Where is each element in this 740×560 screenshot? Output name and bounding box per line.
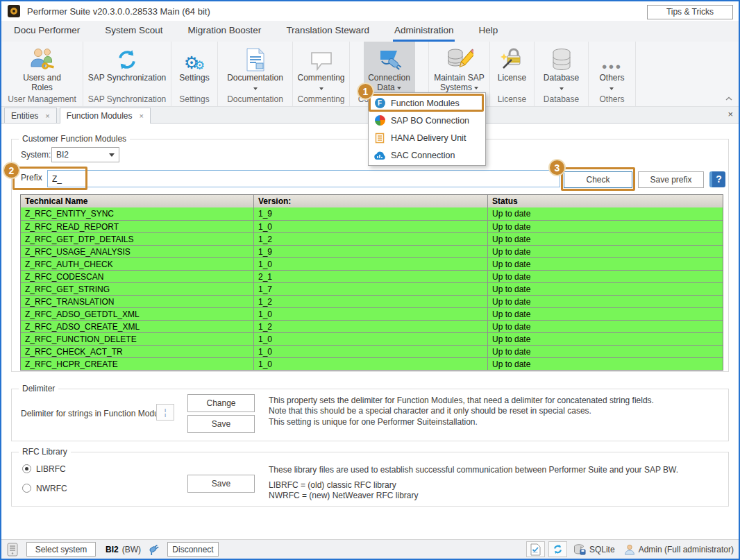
ribbon-button-users-and-roles[interactable]: Users and Roles xyxy=(17,42,68,94)
menu-item-label: HANA Delivery Unit xyxy=(391,133,466,143)
others-icon: ●●● xyxy=(602,44,623,73)
connected-system-name: BI2 xyxy=(106,545,119,554)
database-type-label: SQLite xyxy=(589,545,615,554)
radio-nwrfc[interactable] xyxy=(22,484,31,493)
groupbox-title: RFC Library xyxy=(19,447,71,457)
delimiter-save-button[interactable]: Save xyxy=(187,415,255,433)
cell-technical-name: Z_RFC_FUNCTION_DELETE xyxy=(21,333,254,345)
documentation-icon xyxy=(246,44,265,73)
cell-technical-name: Z_RFC_HCPR_CREATE xyxy=(21,358,254,370)
tab-close-icon[interactable]: × xyxy=(45,112,49,120)
disconnect-button[interactable]: Disconnect xyxy=(167,542,219,557)
menu-item-translation-steward[interactable]: Translation Steward xyxy=(285,21,371,42)
groupbox-title: Delimiter xyxy=(19,384,58,393)
ribbon-button-label: Maintain SAP Systems xyxy=(434,73,485,92)
ribbon-group-caption: Database xyxy=(535,94,588,106)
chevron-down-icon xyxy=(253,83,258,93)
ribbon-button-label: Documentation xyxy=(227,73,283,83)
cell-version: 1_7 xyxy=(254,283,488,295)
rfc-help-text-top: These library files are used to establis… xyxy=(269,465,678,475)
window-title: Performer Suite v20.3.0.0.28533 Main (64… xyxy=(27,6,210,17)
ribbon-button-maintain-sap-systems[interactable]: Maintain SAP Systems xyxy=(432,42,487,94)
table-row[interactable]: Z_RFC_READ_REPORT1_0Up to date xyxy=(21,220,723,232)
prefix-label: Prefix xyxy=(21,173,42,183)
menu-item-migration-booster[interactable]: Migration Booster xyxy=(187,21,263,42)
table-row[interactable]: Z_RFC_USAGE_ANALYSIS1_9Up to date xyxy=(21,245,723,257)
delimiter-change-button[interactable]: Change xyxy=(187,394,255,412)
table-row[interactable]: Z_RFC_FUNCTION_DELETE1_0Up to date xyxy=(21,332,723,345)
menu-item-system-scout[interactable]: System Scout xyxy=(103,21,164,42)
menu-item-docu-performer[interactable]: Docu Performer xyxy=(12,21,81,42)
ribbon-group-sap-synchronization: SAP SynchronizationSAP Synchronization xyxy=(83,42,171,106)
cell-status: Up to date xyxy=(488,271,723,282)
cell-version: 1_2 xyxy=(254,296,488,307)
ribbon-button-license[interactable]: License xyxy=(496,42,528,94)
menu-item-administration[interactable]: Administration xyxy=(393,21,455,42)
table-row[interactable]: Z_RFC_GET_DTP_DETAILS1_2Up to date xyxy=(21,232,723,245)
menu-item-hana-delivery-unit[interactable]: HANA Delivery Unit xyxy=(369,129,485,146)
table-row[interactable]: Z_RFC_AUTH_CHECK1_0Up to date xyxy=(21,257,723,270)
menu-item-function-modules[interactable]: FFunction Modules xyxy=(369,94,485,112)
tab-function-modules[interactable]: Function Modules× xyxy=(60,108,151,124)
cell-version: 1_2 xyxy=(254,321,488,332)
select-system-button[interactable]: Select system xyxy=(26,542,96,557)
panel-close-icon[interactable]: × xyxy=(728,109,733,119)
delimiter-input[interactable] xyxy=(156,404,174,421)
table-row[interactable]: Z_RFC_ENTITY_SYNC1_9Up to date xyxy=(21,207,723,220)
function-modules-table: Technical Name Version: Status Z_RFC_ENT… xyxy=(20,194,723,371)
table-row[interactable]: Z_RFC_TRANSLATION1_2Up to date xyxy=(21,295,723,307)
connection-plug-icon xyxy=(146,544,159,555)
menu-item-sap-bo-connection[interactable]: SAP BO Connection xyxy=(369,112,485,129)
collapse-ribbon-icon[interactable] xyxy=(725,93,732,103)
menu-bar: Docu PerformerSystem ScoutMigration Boos… xyxy=(1,21,739,42)
table-row[interactable]: Z_RFC_CHECK_ACT_TR1_0Up to date xyxy=(21,345,723,357)
menu-item-sac-connection[interactable]: SAC Connection xyxy=(369,146,485,164)
ribbon-button-settings[interactable]: ⚙⚙Settings xyxy=(178,42,210,94)
tab-close-icon[interactable]: × xyxy=(140,112,144,120)
system-value: BI2 xyxy=(56,150,69,160)
ribbon-group-caption: Settings xyxy=(171,94,217,106)
table-row[interactable]: Z_RFC_HCPR_CREATE1_0Up to date xyxy=(21,357,723,370)
cell-technical-name: Z_RFC_TRANSLATION xyxy=(21,296,254,307)
tab-entities[interactable]: Entities× xyxy=(4,108,57,123)
check-button[interactable]: Check xyxy=(564,171,632,188)
sap-sync-icon xyxy=(115,44,139,73)
table-row[interactable]: Z_RFC_CODESCAN2_1Up to date xyxy=(21,270,723,282)
column-version[interactable]: Version: xyxy=(254,195,488,207)
column-status[interactable]: Status xyxy=(488,195,723,207)
radio-librfc[interactable] xyxy=(22,464,31,473)
table-row[interactable]: Z_RFC_GET_STRING1_7Up to date xyxy=(21,282,723,295)
document-check-icon[interactable] xyxy=(526,541,545,557)
sync-icon[interactable] xyxy=(548,541,567,557)
cell-version: 1_0 xyxy=(254,358,488,370)
ribbon-group-commenting: CommentingCommenting xyxy=(293,42,350,106)
menu-item-help[interactable]: Help xyxy=(477,21,499,42)
ribbon-button-sap-synchronization[interactable]: SAP Synchronization xyxy=(87,42,168,94)
ribbon-group-users-and-roles: Users and RolesUser Management xyxy=(1,42,83,106)
cell-status: Up to date xyxy=(488,333,723,345)
ribbon-button-database[interactable]: Database xyxy=(542,42,580,94)
prefix-input[interactable] xyxy=(47,170,560,187)
table-row[interactable]: Z_RFC_ADSO_CREATE_XML1_2Up to date xyxy=(21,320,723,332)
ribbon-button-label: Users and Roles xyxy=(18,73,67,92)
groupbox-title: Customer Function Modules xyxy=(19,134,130,144)
tips-and-tricks-button[interactable]: Tips & Tricks xyxy=(647,5,733,19)
table-row[interactable]: Z_RFC_ADSO_GETDTL_XML1_0Up to date xyxy=(21,307,723,320)
cell-status: Up to date xyxy=(488,233,723,245)
ribbon-button-documentation[interactable]: Documentation xyxy=(226,42,285,94)
save-prefix-button[interactable]: Save prefix xyxy=(638,171,704,188)
fm-icon: F xyxy=(369,98,391,108)
settings-gears-icon: ⚙⚙ xyxy=(184,44,205,73)
column-technical-name[interactable]: Technical Name xyxy=(21,195,254,207)
cell-version: 1_0 xyxy=(254,258,488,270)
radio-label-nwrfc: NWRFC xyxy=(36,484,67,493)
ribbon-group-documentation: DocumentationDocumentation xyxy=(218,42,293,106)
ribbon-button-others[interactable]: ●●●Others xyxy=(598,42,625,94)
sqlite-db-icon xyxy=(573,544,586,555)
ribbon-button-commenting[interactable]: Commenting xyxy=(296,42,346,94)
function-modules-panel: Customer Function Modules System: BI2 Pr… xyxy=(1,124,739,539)
cell-version: 1_0 xyxy=(254,308,488,320)
help-icon[interactable]: ? xyxy=(709,171,725,187)
rfc-save-button[interactable]: Save xyxy=(187,475,255,493)
system-combobox[interactable]: BI2 xyxy=(51,147,119,162)
